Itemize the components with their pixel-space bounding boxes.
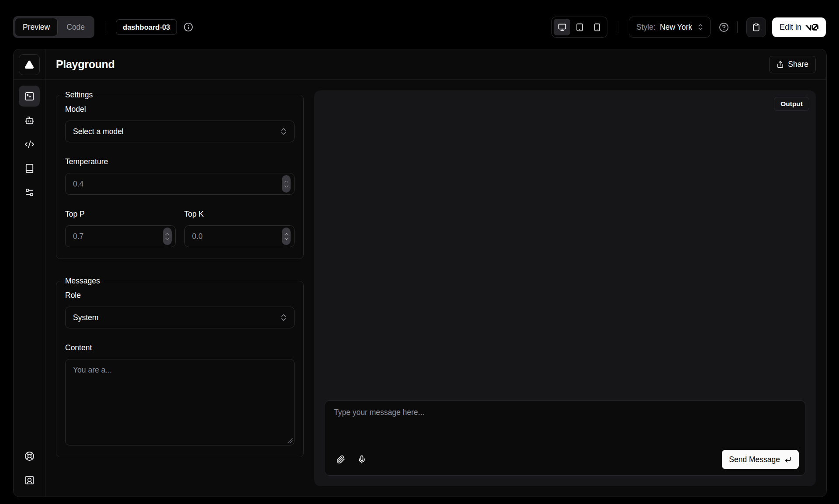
sidebar-item-api[interactable] [19, 134, 40, 155]
content-textarea[interactable] [65, 359, 295, 445]
toolbar-left-group: Preview Code dashboard-03 [13, 16, 193, 38]
bot-icon [24, 115, 35, 125]
content-label: Content [65, 343, 295, 352]
output-panel: Output [314, 90, 816, 486]
role-field: Role System [65, 291, 295, 328]
desktop-view-button[interactable] [554, 19, 570, 35]
top-k-input[interactable] [184, 225, 295, 247]
sidebar-nav [19, 80, 40, 203]
model-select-value: Select a model [73, 127, 124, 136]
mic-icon [357, 455, 366, 464]
tab-code[interactable]: Code [59, 18, 92, 36]
code-icon [24, 139, 35, 149]
monitor-icon [558, 23, 566, 31]
top-k-field: Top K [184, 210, 295, 247]
sidebar-item-models[interactable] [19, 110, 40, 131]
top-p-input[interactable] [65, 225, 176, 247]
page-header: Playground Share [45, 49, 826, 80]
smartphone-icon [593, 23, 601, 31]
sidebar-item-account[interactable] [19, 469, 40, 490]
sidebar-header [14, 49, 45, 80]
send-message-button[interactable]: Send Message [722, 450, 799, 469]
settings-sliders-icon [24, 187, 35, 197]
vertical-separator [105, 21, 105, 33]
settings-legend: Settings [62, 90, 95, 100]
edit-in-v0-button[interactable]: Edit in [772, 17, 826, 37]
top-k-input-wrap [184, 225, 295, 247]
home-logo-button[interactable] [19, 54, 40, 75]
chevrons-up-down-icon [279, 313, 288, 322]
square-terminal-icon [24, 91, 35, 101]
composer-toolbar: Send Message [325, 450, 805, 475]
model-field: Model Select a model [65, 105, 295, 142]
top-k-stepper[interactable] [282, 228, 291, 245]
sidebar-item-documentation[interactable] [19, 158, 40, 179]
style-select-value: New York [660, 23, 692, 32]
use-microphone-button[interactable] [352, 450, 371, 469]
life-buoy-icon [24, 451, 35, 461]
sidebar-item-playground[interactable] [19, 86, 40, 107]
block-name-badge: dashboard-03 [116, 19, 177, 35]
model-select[interactable]: Select a model [65, 121, 295, 142]
edit-in-v0-label: Edit in [780, 23, 801, 32]
send-message-label: Send Message [729, 455, 780, 464]
top-p-input-wrap [65, 225, 176, 247]
chevrons-up-down-icon [697, 23, 704, 31]
attach-file-button[interactable] [331, 450, 350, 469]
mobile-view-button[interactable] [589, 19, 605, 35]
vertical-separator [737, 21, 738, 33]
info-icon[interactable] [184, 22, 193, 32]
tablet-view-button[interactable] [571, 19, 588, 35]
temperature-field: Temperature [65, 157, 295, 195]
role-select[interactable]: System [65, 307, 295, 328]
settings-fieldset: Settings Model Select a model Temperatur… [56, 90, 304, 259]
triangle-icon [24, 60, 34, 69]
playground-app-frame: Playground Share Settings Model Select a… [13, 49, 827, 497]
paperclip-icon [336, 455, 345, 464]
top-p-stepper[interactable] [163, 228, 172, 245]
output-badge: Output [774, 97, 809, 111]
messages-legend: Messages [62, 276, 103, 286]
share-button[interactable]: Share [769, 56, 816, 73]
tab-preview[interactable]: Preview [15, 18, 57, 36]
top-p-field: Top P [65, 210, 176, 247]
content-textarea-wrap [65, 359, 295, 445]
top-p-k-row: Top P Top K [65, 210, 295, 247]
temperature-label: Temperature [65, 157, 295, 166]
share-button-label: Share [788, 60, 808, 69]
tablet-icon [576, 23, 584, 31]
content-field: Content [65, 343, 295, 445]
sidebar-item-settings[interactable] [19, 182, 40, 203]
style-help-button[interactable] [719, 22, 729, 32]
messages-fieldset: Messages Role System Content [56, 276, 304, 457]
role-select-value: System [73, 313, 98, 322]
toolbar-right-group: Style: New York Edit in [551, 17, 826, 38]
style-select[interactable]: Style: New York [629, 17, 711, 38]
preview-code-tabs: Preview Code [13, 16, 94, 38]
clipboard-icon [752, 23, 760, 31]
model-label: Model [65, 105, 295, 114]
page-title: Playground [56, 58, 115, 71]
temperature-input-wrap [65, 173, 295, 195]
book-icon [24, 163, 35, 173]
message-input[interactable] [325, 401, 805, 450]
top-k-label: Top K [184, 210, 295, 219]
circle-help-icon [719, 22, 729, 32]
v0-logo-icon [805, 24, 818, 31]
style-select-label: Style: [636, 23, 655, 32]
square-user-icon [24, 475, 35, 485]
page-content: Settings Model Select a model Temperatur… [45, 80, 826, 497]
role-label: Role [65, 291, 295, 300]
app-sidebar [14, 49, 45, 497]
chevrons-up-down-icon [279, 127, 288, 136]
top-p-label: Top P [65, 210, 176, 219]
device-size-toggle-group [551, 17, 607, 38]
sidebar-item-help[interactable] [19, 445, 40, 466]
message-composer: Send Message [325, 400, 805, 476]
settings-form-column: Settings Model Select a model Temperatur… [56, 90, 304, 486]
sidebar-bottom-nav [19, 445, 40, 497]
share-icon [777, 61, 784, 68]
temperature-stepper[interactable] [282, 175, 291, 193]
copy-code-button[interactable] [746, 17, 766, 37]
temperature-input[interactable] [65, 173, 295, 195]
